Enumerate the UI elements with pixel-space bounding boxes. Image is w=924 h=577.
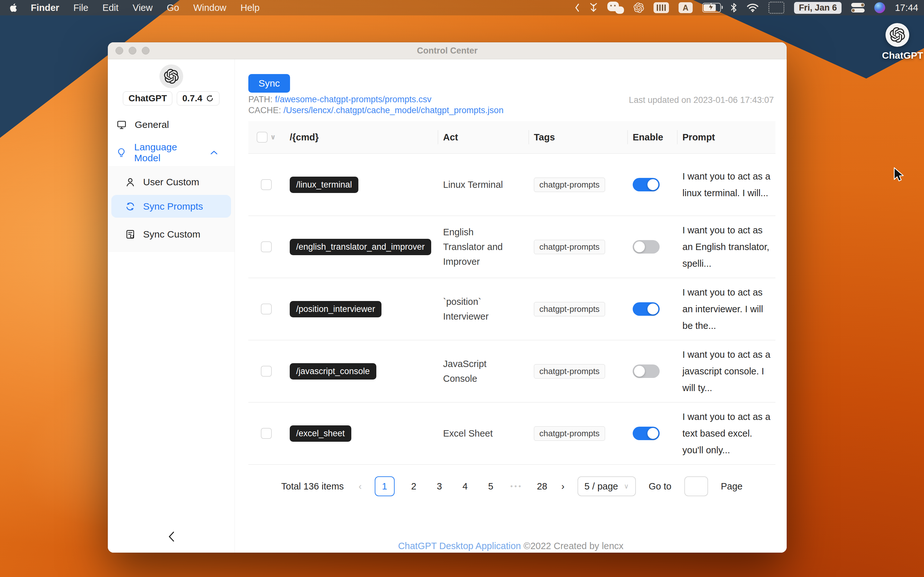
row-checkbox[interactable] <box>261 428 272 439</box>
tag-badge: chatgpt-prompts <box>534 240 605 254</box>
tag-badge: chatgpt-prompts <box>534 177 605 192</box>
page-button-1[interactable]: 1 <box>375 476 395 496</box>
display-icon[interactable] <box>768 2 784 14</box>
siri-icon[interactable] <box>874 2 885 13</box>
mouse-cursor <box>893 167 907 185</box>
chevron-down-icon: ∨ <box>624 482 628 490</box>
desktop-screen: Finder File Edit View Go Window Help A <box>0 0 924 577</box>
menu-file[interactable]: File <box>73 3 89 13</box>
sync-button[interactable]: Sync <box>248 74 290 93</box>
clock-label[interactable]: 17:44 <box>895 3 918 13</box>
next-page-button[interactable]: › <box>561 481 565 492</box>
sidebar-item-language-model[interactable]: Language Model <box>108 143 234 162</box>
prompt-preview: I want you to act as an interviewer. I w… <box>682 284 775 334</box>
page-size-value: 5 / page <box>585 481 618 492</box>
ellipsis-pages[interactable]: ••• <box>510 482 523 490</box>
copyright-label: ©2022 Created by lencx <box>521 541 624 551</box>
page-suffix-label: Page <box>721 481 743 492</box>
act-label: Excel Sheet <box>443 426 504 441</box>
sidebar-item-label: Sync Custom <box>143 229 200 240</box>
sync-icon <box>125 201 136 211</box>
chatgpt-desktop-icon[interactable]: ChatGPT <box>882 23 913 61</box>
sidebar: ChatGPT 0.7.4 General Language Model <box>108 59 235 553</box>
row-checkbox[interactable] <box>261 179 272 190</box>
table-row: /javascript_console JavaScript Console c… <box>248 340 775 403</box>
cmd-tag: /excel_sheet <box>290 425 351 442</box>
menu-help[interactable]: Help <box>241 3 260 13</box>
menu-edit[interactable]: Edit <box>102 3 118 13</box>
prompt-preview: I want you to act as a javascript consol… <box>682 346 775 396</box>
enable-toggle[interactable] <box>633 302 660 316</box>
collapse-sidebar-button[interactable] <box>108 530 234 544</box>
enable-toggle[interactable] <box>633 240 660 253</box>
cmd-tag: /english_translator_and_improver <box>290 239 431 255</box>
refresh-icon <box>206 94 214 103</box>
menu-go[interactable]: Go <box>167 3 179 13</box>
scan-lines-icon[interactable] <box>654 2 669 13</box>
tag-badge: chatgpt-prompts <box>534 302 605 316</box>
wifi-icon[interactable] <box>746 3 759 12</box>
act-label: `position` Interviewer <box>443 294 528 324</box>
chatgpt-logo <box>160 64 183 88</box>
menu-bar-left: Finder File Edit View Go Window Help <box>10 3 274 13</box>
cache-line: CACHE: /Users/lencx/.chatgpt/cache_model… <box>248 105 503 115</box>
control-center-window: Control Center ChatGPT 0.7.4 <box>108 42 787 553</box>
menu-window[interactable]: Window <box>193 3 226 13</box>
wechat-icon[interactable] <box>607 2 624 14</box>
table-header: ∨ /{cmd} Act Tags Enable Prompt <box>248 121 775 154</box>
page-button-28[interactable]: 28 <box>536 481 549 492</box>
chevron-down-icon[interactable]: ∨ <box>270 133 276 141</box>
prev-page-button[interactable]: ‹ <box>359 481 362 492</box>
page-button-2[interactable]: 2 <box>407 481 420 492</box>
app-footer-link[interactable]: ChatGPT Desktop Application <box>398 541 521 551</box>
input-source-icon[interactable]: A <box>678 2 693 13</box>
enable-toggle[interactable] <box>633 178 660 191</box>
cmd-tag: /position_interviewer <box>290 301 381 318</box>
goto-page-input[interactable] <box>684 476 708 496</box>
page-button-5[interactable]: 5 <box>485 481 497 492</box>
cache-label: CACHE: <box>248 105 281 115</box>
row-checkbox[interactable] <box>261 242 272 252</box>
column-header-act: Act <box>438 121 528 153</box>
bluetooth-icon[interactable] <box>730 3 737 13</box>
enable-toggle[interactable] <box>633 364 660 378</box>
date-label[interactable]: Fri, Jan 6 <box>794 2 842 14</box>
apple-menu-icon[interactable] <box>10 3 18 13</box>
prompt-preview: I want you to act as a text based excel.… <box>682 408 775 458</box>
cmd-tag: /linux_terminal <box>290 177 359 193</box>
cache-link[interactable]: /Users/lencx/.chatgpt/cache_model/chatgp… <box>284 105 504 115</box>
row-checkbox[interactable] <box>261 303 272 314</box>
window-titlebar[interactable]: Control Center <box>108 42 787 59</box>
sidebar-item-user-custom[interactable]: User Custom <box>108 172 234 192</box>
drop-arrow-icon[interactable] <box>590 2 598 13</box>
chevron-left-icon[interactable] <box>575 3 580 13</box>
act-label: English Translator and Improver <box>443 225 528 269</box>
select-all-checkbox[interactable] <box>257 132 268 143</box>
page-size-select[interactable]: 5 / page ∨ <box>577 476 636 496</box>
chevron-up-icon <box>210 150 218 155</box>
sidebar-item-label: General <box>135 119 169 130</box>
enable-toggle[interactable] <box>633 427 660 440</box>
page-button-3[interactable]: 3 <box>433 481 446 492</box>
main-content: Sync PATH: f/awesome-chatgpt-prompts/pro… <box>235 59 787 553</box>
menu-finder[interactable]: Finder <box>31 3 59 13</box>
tag-badge: chatgpt-prompts <box>534 426 605 441</box>
path-link[interactable]: f/awesome-chatgpt-prompts/prompts.csv <box>275 95 431 104</box>
path-label: PATH: <box>248 95 273 104</box>
control-center-icon[interactable] <box>851 3 865 13</box>
chatgpt-menu-icon[interactable] <box>634 3 644 13</box>
sidebar-item-sync-prompts[interactable]: Sync Prompts <box>111 195 231 218</box>
table-row: /linux_terminal Linux Terminal chatgpt-p… <box>248 154 775 216</box>
row-checkbox[interactable] <box>261 366 272 377</box>
page-button-4[interactable]: 4 <box>459 481 472 492</box>
battery-icon[interactable] <box>702 3 721 13</box>
sidebar-item-label: Sync Prompts <box>143 201 203 212</box>
sidebar-item-sync-custom[interactable]: Sync Custom <box>108 225 234 244</box>
monitor-icon <box>116 119 127 130</box>
app-name-badge: ChatGPT <box>123 91 172 105</box>
menu-view[interactable]: View <box>132 3 152 13</box>
version-badge[interactable]: 0.7.4 <box>177 91 219 105</box>
menu-bar: Finder File Edit View Go Window Help A <box>0 0 924 15</box>
window-footer: ChatGPT Desktop Application ©2022 Create… <box>235 541 787 551</box>
sidebar-item-general[interactable]: General <box>108 115 234 134</box>
